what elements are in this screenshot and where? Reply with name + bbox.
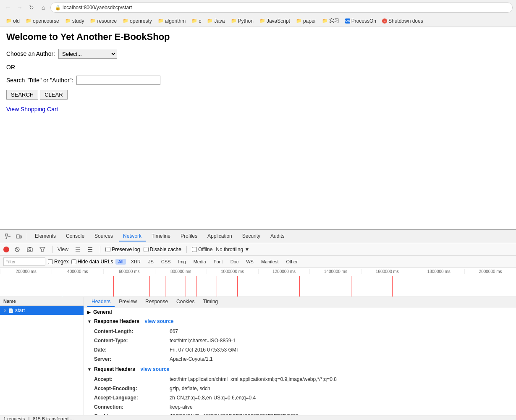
timeline-marker-7 bbox=[217, 276, 217, 297]
tab-application[interactable]: Application bbox=[203, 231, 236, 242]
regex-checkbox[interactable] bbox=[48, 259, 53, 264]
request-headers-section-header[interactable]: ▼ Request Headers view source bbox=[84, 365, 516, 374]
bookmark-old[interactable]: 📁 old bbox=[3, 17, 22, 25]
filter-xhr-button[interactable]: XHR bbox=[128, 259, 143, 265]
preserve-log-checkbox[interactable] bbox=[105, 247, 110, 252]
inspect-element-button[interactable] bbox=[3, 232, 13, 241]
general-section-header[interactable]: ▶ General bbox=[84, 307, 516, 317]
cart-link[interactable]: View Shopping Cart bbox=[6, 106, 58, 113]
bookmark-study[interactable]: 📁 study bbox=[63, 17, 87, 25]
bookmark-java[interactable]: 📁 Java bbox=[204, 17, 227, 25]
svg-marker-12 bbox=[40, 247, 45, 252]
network-item-close[interactable]: ✕ bbox=[3, 308, 7, 313]
reload-button[interactable]: ↻ bbox=[27, 3, 36, 12]
address-text: localhost:8000/yaebsdbcp/start bbox=[63, 5, 132, 10]
filter-button[interactable] bbox=[38, 245, 47, 254]
filter-css-button[interactable]: CSS bbox=[159, 259, 173, 265]
tab-audits[interactable]: Audits bbox=[266, 231, 288, 242]
detail-tab-cookies[interactable]: Cookies bbox=[172, 297, 199, 307]
bookmark-label: study bbox=[72, 18, 84, 24]
bookmark-paper[interactable]: 📁 paper bbox=[293, 17, 319, 25]
bookmark-internship[interactable]: 📁 实习 bbox=[320, 16, 342, 25]
home-button[interactable]: ⌂ bbox=[39, 3, 48, 12]
tab-security[interactable]: Security bbox=[238, 231, 265, 242]
filter-img-button[interactable]: Img bbox=[175, 259, 188, 265]
bookmark-label: 实习 bbox=[329, 17, 339, 24]
bookmark-processon[interactable]: On ProcessOn bbox=[343, 17, 379, 25]
header-name: Accept: bbox=[94, 375, 170, 383]
filter-doc-button[interactable]: Doc bbox=[228, 259, 241, 265]
header-value: 667 bbox=[170, 328, 178, 335]
search-button[interactable]: SEARCH bbox=[6, 90, 38, 100]
header-name: Date: bbox=[94, 346, 170, 354]
tab-timeline[interactable]: Timeline bbox=[147, 231, 175, 242]
timeline-label-10: 2000000 ms bbox=[464, 269, 516, 274]
filter-js-button[interactable]: JS bbox=[146, 259, 156, 265]
list-view-button[interactable] bbox=[73, 245, 82, 254]
bookmark-javascript[interactable]: 📁 JavaScript bbox=[257, 17, 293, 25]
hide-data-urls-checkbox[interactable] bbox=[71, 259, 76, 264]
bookmark-python[interactable]: 📁 Python bbox=[228, 17, 256, 25]
clear-button[interactable]: CLEAR bbox=[40, 90, 67, 100]
hide-data-urls-checkbox-label[interactable]: Hide data URLs bbox=[71, 259, 113, 265]
back-button[interactable]: ← bbox=[3, 3, 13, 12]
regex-checkbox-label[interactable]: Regex bbox=[48, 259, 69, 265]
preserve-log-checkbox-label[interactable]: Preserve log bbox=[105, 247, 140, 252]
timeline-marker-4 bbox=[165, 276, 165, 297]
bookmark-label: JavaScript bbox=[267, 18, 290, 24]
header-row: Cookie: JSESSIONID=4525C1896DCB743808B95… bbox=[91, 412, 509, 415]
tab-console[interactable]: Console bbox=[62, 231, 89, 242]
tab-sources[interactable]: Sources bbox=[90, 231, 117, 242]
timeline-marker-8 bbox=[237, 276, 238, 297]
filter-all-button[interactable]: All bbox=[115, 259, 126, 265]
header-row: Accept-Language: zh-CN,zh;q=0.8,en-US;q=… bbox=[91, 393, 509, 402]
forward-button[interactable]: → bbox=[15, 3, 24, 12]
separator bbox=[186, 246, 187, 253]
separator bbox=[100, 246, 100, 253]
folder-icon: 📁 bbox=[26, 18, 31, 24]
tab-network[interactable]: Network bbox=[119, 231, 146, 242]
bookmark-openresty[interactable]: 📁 openresty bbox=[120, 17, 155, 25]
header-name: Accept-Encoding: bbox=[94, 385, 170, 392]
network-list-item[interactable]: ✕ 📄 start bbox=[0, 306, 84, 315]
bookmark-label: resource bbox=[97, 18, 117, 24]
offline-checkbox[interactable] bbox=[192, 247, 197, 252]
bookmark-shutdown[interactable]: S Shutdown does bbox=[380, 17, 426, 25]
author-select[interactable]: Select... Author 1 Author 2 Author 3 bbox=[58, 49, 117, 59]
disable-cache-checkbox[interactable] bbox=[144, 247, 149, 252]
device-toolbar-button[interactable] bbox=[14, 232, 24, 241]
record-button[interactable] bbox=[3, 247, 9, 252]
tab-elements[interactable]: Elements bbox=[31, 231, 60, 242]
response-headers-view-source[interactable]: view source bbox=[142, 318, 173, 324]
filter-ws-button[interactable]: WS bbox=[244, 259, 256, 265]
page-title: Welcome to Yet Another E-BookShop bbox=[6, 32, 510, 42]
search-label: Search "Title" or "Author": bbox=[6, 77, 73, 84]
filter-other-button[interactable]: Other bbox=[284, 259, 301, 265]
filter-manifest-button[interactable]: Manifest bbox=[259, 259, 281, 265]
capture-screenshots-button[interactable] bbox=[25, 245, 34, 254]
disable-cache-checkbox-label[interactable]: Disable cache bbox=[144, 247, 181, 252]
detail-tab-headers[interactable]: Headers bbox=[87, 297, 115, 307]
clear-log-button[interactable] bbox=[13, 245, 22, 254]
throttle-select[interactable]: No throttling ▼ bbox=[216, 247, 249, 252]
header-value: text/html;charset=ISO-8859-1 bbox=[170, 337, 236, 344]
offline-checkbox-label[interactable]: Offline bbox=[192, 247, 212, 252]
bookmark-opencourse[interactable]: 📁 opencourse bbox=[23, 17, 62, 25]
bookmark-algorithm[interactable]: 📁 algorithm bbox=[155, 17, 188, 25]
large-rows-button[interactable] bbox=[86, 245, 95, 254]
bookmark-resource[interactable]: 📁 resource bbox=[87, 17, 119, 25]
detail-tab-timing[interactable]: Timing bbox=[199, 297, 222, 307]
bookmark-c[interactable]: 📁 c bbox=[189, 17, 204, 25]
request-headers-view-source[interactable]: view source bbox=[138, 366, 169, 372]
filter-media-button[interactable]: Media bbox=[191, 259, 209, 265]
detail-tab-response[interactable]: Response bbox=[141, 297, 172, 307]
search-input[interactable] bbox=[76, 76, 160, 85]
tab-profiles[interactable]: Profiles bbox=[176, 231, 202, 242]
filter-input[interactable] bbox=[3, 257, 45, 266]
response-headers-section-header[interactable]: ▼ Response Headers view source bbox=[84, 317, 516, 326]
svg-rect-16 bbox=[88, 247, 92, 248]
header-value: gzip, deflate, sdch bbox=[170, 385, 210, 392]
filter-font-button[interactable]: Font bbox=[211, 259, 225, 265]
timeline-label-9: 1800000 ms bbox=[413, 269, 464, 274]
detail-tab-preview[interactable]: Preview bbox=[115, 297, 141, 307]
